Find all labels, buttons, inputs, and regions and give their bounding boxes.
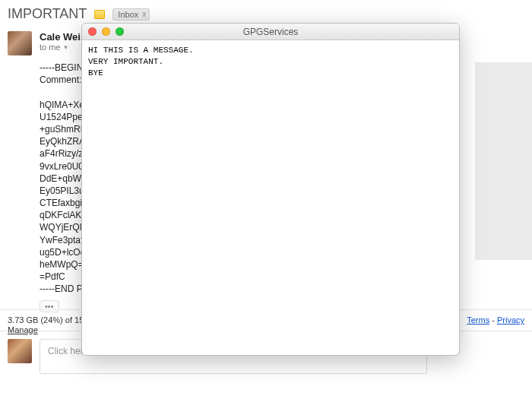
gpg-window[interactable]: GPGServices HI THIS IS A MESSAGE. VERY I… — [81, 23, 460, 356]
sep: - — [489, 315, 497, 325]
sidebar-ad-area — [475, 62, 532, 260]
inbox-chip-label: Inbox — [118, 10, 138, 19]
avatar[interactable] — [8, 31, 32, 55]
window-zoom-icon[interactable] — [116, 27, 124, 36]
avatar[interactable] — [8, 339, 32, 363]
terms-link[interactable]: Terms — [467, 315, 489, 325]
close-icon[interactable]: x — [142, 10, 146, 18]
privacy-link[interactable]: Privacy — [497, 315, 524, 325]
subject-title: IMPORTANT — [8, 6, 87, 22]
window-minimize-icon[interactable] — [102, 27, 110, 36]
window-close-icon[interactable] — [88, 27, 97, 36]
inbox-chip[interactable]: Inbox x — [112, 8, 150, 21]
to-prefix: to — [40, 43, 46, 52]
window-content: HI THIS IS A MESSAGE. VERY IMPORTANT. BY… — [82, 40, 459, 84]
to-target: me — [49, 43, 60, 52]
chevron-down-icon[interactable]: ▼ — [62, 44, 68, 51]
label-icon[interactable] — [94, 10, 105, 19]
window-titlebar[interactable]: GPGServices — [82, 24, 459, 40]
window-title: GPGServices — [82, 27, 459, 37]
